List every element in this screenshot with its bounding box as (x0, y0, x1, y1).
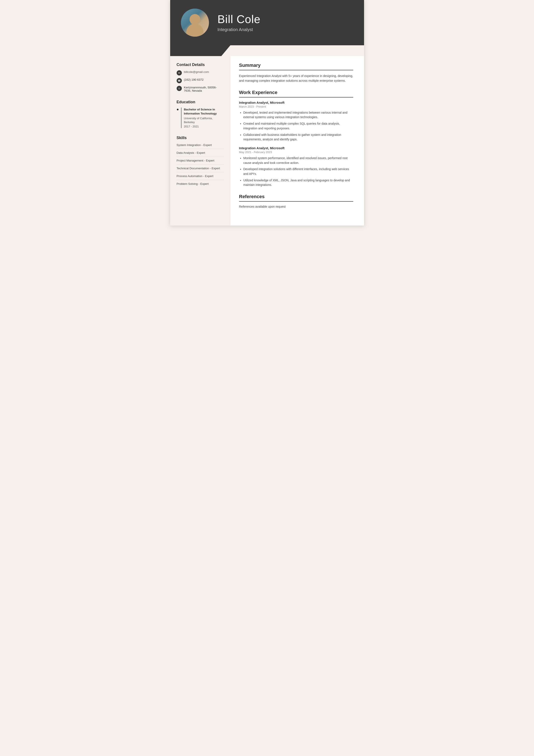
address-value: Kertzmannmouth, 50056-7635, Nevada (184, 86, 224, 92)
job-bullet-item: Collaborated with business stakeholders … (243, 133, 353, 142)
job-entry: Integration Analyst, MicrosoftMay 2021 -… (239, 146, 353, 187)
header: Bill Cole Integration Analyst (170, 0, 364, 45)
sidebar: Contact Details ✉ billcole@gmail.com ☎ (… (170, 56, 231, 226)
education-school: University of California, Berkeley (184, 117, 224, 124)
education-years: 2017 - 2021 (184, 125, 224, 128)
phone-icon: ☎ (177, 78, 182, 83)
skill-item: Project Management - Expert (177, 159, 224, 165)
contact-phone-item: ☎ (162) 190 6372 (177, 78, 224, 83)
main-content: Summary Experienced Integration Analyst … (231, 56, 364, 226)
main-layout: Contact Details ✉ billcole@gmail.com ☎ (… (170, 56, 364, 226)
education-item: ● Bachelor of Science in Information Tec… (177, 108, 224, 128)
references-title: References (239, 194, 353, 202)
header-text: Bill Cole Integration Analyst (217, 13, 261, 32)
work-experience-title: Work Experience (239, 90, 353, 97)
skill-item: Data Analysis - Expert (177, 151, 224, 157)
contact-email-item: ✉ billcole@gmail.com (177, 70, 224, 75)
contact-address-item: ⊙ Kertzmannmouth, 50056-7635, Nevada (177, 86, 224, 92)
candidate-name: Bill Cole (217, 13, 261, 25)
summary-text: Experienced Integration Analyst with 5+ … (239, 73, 353, 83)
job-dates: March 2023 - Present (239, 105, 353, 108)
education-section: Education ● Bachelor of Science in Infor… (177, 100, 224, 128)
education-content: Bachelor of Science in Information Techn… (181, 108, 224, 128)
job-entry: Integration Analyst, MicrosoftMarch 2023… (239, 101, 353, 142)
job-dates: May 2021 - February 2023 (239, 150, 353, 154)
skill-item: System Integration - Expert (177, 143, 224, 149)
skills-section: Skills System Integration - ExpertData A… (177, 136, 224, 188)
email-value[interactable]: billcole@gmail.com (184, 70, 209, 73)
summary-title: Summary (239, 63, 353, 70)
job-bullet-item: Developed integration solutions with dif… (243, 167, 353, 176)
education-degree: Bachelor of Science in Information Techn… (184, 108, 224, 116)
contact-title: Contact Details (177, 63, 224, 67)
skill-item: Problem Solving - Expert (177, 182, 224, 188)
email-icon: ✉ (177, 70, 182, 75)
education-title: Education (177, 100, 224, 104)
job-bullet-item: Created and maintained multiple complex … (243, 122, 353, 131)
skill-item: Process Automation - Expert (177, 175, 224, 180)
job-title: Integration Analyst, Microsoft (239, 101, 353, 104)
work-experience-section: Work Experience Integration Analyst, Mic… (239, 90, 353, 187)
location-icon: ⊙ (177, 86, 182, 91)
job-bullets: Monitored system performance, identified… (239, 156, 353, 187)
job-title: Integration Analyst, Microsoft (239, 146, 353, 150)
job-bullet-item: Utilized knowledge of XML, JSON, Java an… (243, 178, 353, 187)
skills-list: System Integration - ExpertData Analysis… (177, 143, 224, 188)
job-bullet-item: Developed, tested and implemented integr… (243, 110, 353, 120)
skills-title: Skills (177, 136, 224, 140)
job-bullets: Developed, tested and implemented integr… (239, 110, 353, 142)
references-text: References available upon request (239, 205, 353, 208)
skill-item: Technical Documentation - Expert (177, 167, 224, 172)
phone-value: (162) 190 6372 (184, 78, 204, 81)
job-bullet-item: Monitored system performance, identified… (243, 156, 353, 165)
education-bullet-icon: ● (177, 107, 179, 128)
candidate-title: Integration Analyst (217, 27, 261, 32)
summary-section: Summary Experienced Integration Analyst … (239, 63, 353, 83)
references-section: References References available upon req… (239, 194, 353, 208)
header-chevron (170, 45, 364, 56)
jobs-list: Integration Analyst, MicrosoftMarch 2023… (239, 101, 353, 187)
contact-section: Contact Details ✉ billcole@gmail.com ☎ (… (177, 63, 224, 92)
avatar-image (181, 9, 209, 37)
resume-container: Bill Cole Integration Analyst Contact De… (170, 0, 364, 226)
avatar (181, 9, 209, 37)
